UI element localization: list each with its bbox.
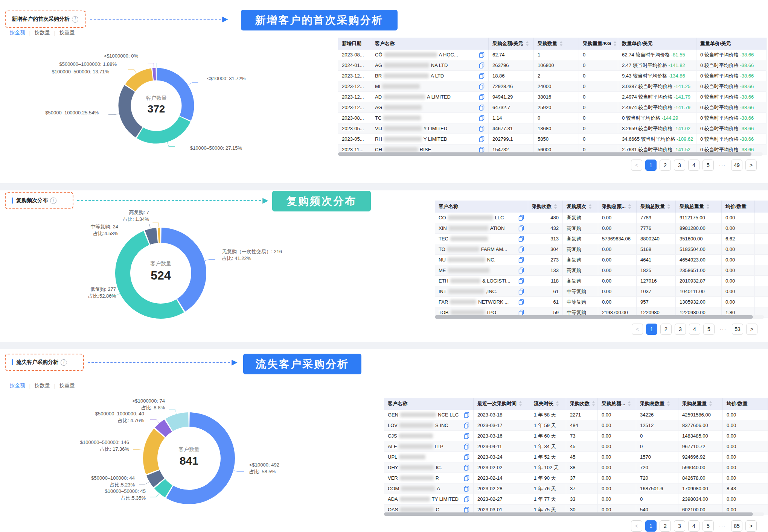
pagination-page-1[interactable]: 1 [646, 324, 657, 335]
cell-value: 2023-04-11 [477, 444, 502, 449]
column-header-tw[interactable]: 采购总重量 [676, 201, 722, 213]
column-header-freq[interactable]: 复购频次 [563, 201, 598, 213]
sort-icon[interactable] [628, 401, 631, 406]
copy-icon[interactable] [464, 507, 469, 513]
copy-icon[interactable] [464, 444, 469, 450]
tab-by-quantity[interactable]: 按数量 [35, 29, 50, 36]
pagination-page-1[interactable]: 1 [645, 520, 657, 532]
pagination-page-53[interactable]: 53 [732, 324, 743, 335]
column-header-total[interactable]: 采购总额... [598, 398, 636, 410]
pagination-page-5[interactable]: 5 [703, 324, 715, 335]
pagination-page-2[interactable]: 2 [660, 160, 671, 171]
copy-icon[interactable] [464, 412, 469, 418]
sort-icon[interactable] [592, 401, 595, 406]
pagination-ellipsis[interactable]: ··· [717, 160, 728, 171]
copy-icon[interactable] [479, 147, 485, 153]
copy-icon[interactable] [479, 126, 485, 132]
column-header-count[interactable]: 采购次数 [566, 398, 598, 410]
copy-icon[interactable] [464, 496, 469, 502]
column-header-tqty[interactable]: 采购总数量 [636, 398, 678, 410]
table-hscrollbar-thumb[interactable] [435, 315, 753, 319]
copy-icon[interactable] [518, 278, 524, 284]
copy-icon[interactable] [518, 268, 524, 274]
sort-icon[interactable] [667, 204, 670, 209]
pagination-page-4[interactable]: 4 [688, 160, 699, 171]
column-header-tqty[interactable]: 采购总数量 [637, 201, 676, 213]
tab-by-weight[interactable]: 按重量 [59, 382, 75, 389]
copy-icon[interactable] [518, 257, 524, 263]
copy-icon[interactable] [464, 475, 469, 481]
copy-icon[interactable] [479, 115, 485, 121]
table-hscrollbar-thumb[interactable] [338, 152, 751, 156]
pagination-next-button[interactable]: > [746, 324, 757, 335]
info-icon[interactable]: i [50, 198, 56, 204]
pagination-ellipsis[interactable]: ··· [718, 324, 729, 335]
pagination-page-4[interactable]: 4 [689, 324, 700, 335]
pagination-prev-button[interactable]: < [631, 160, 642, 171]
column-header-amount[interactable]: 采购金额/美元 [489, 38, 534, 50]
sort-icon[interactable] [556, 401, 559, 406]
pagination-page-3[interactable]: 3 [674, 520, 685, 532]
sort-icon[interactable] [554, 204, 557, 209]
copy-icon[interactable] [518, 289, 524, 295]
copy-icon[interactable] [518, 236, 524, 242]
sort-icon[interactable] [613, 41, 617, 46]
pagination-page-85[interactable]: 85 [731, 520, 742, 532]
sort-icon[interactable] [706, 204, 710, 209]
column-header-weight[interactable]: 采购重量/KG [579, 38, 618, 50]
table-hscrollbar-thumb[interactable] [384, 512, 753, 516]
pagination-page-2[interactable]: 2 [660, 324, 672, 335]
copy-icon[interactable] [464, 433, 469, 439]
sort-icon[interactable] [559, 41, 563, 46]
copy-icon[interactable] [479, 136, 485, 142]
copy-icon[interactable] [518, 225, 524, 231]
sort-icon[interactable] [628, 204, 631, 209]
pagination-prev-button[interactable]: < [632, 324, 643, 335]
copy-icon[interactable] [464, 486, 469, 492]
copy-icon[interactable] [518, 310, 524, 316]
tab-by-weight[interactable]: 按重量 [59, 29, 75, 36]
copy-icon[interactable] [479, 105, 485, 111]
pagination-page-4[interactable]: 4 [688, 520, 699, 532]
pagination-page-5[interactable]: 5 [702, 520, 714, 532]
copy-icon[interactable] [518, 299, 524, 305]
copy-icon[interactable] [464, 454, 469, 460]
column-header-last[interactable]: 最近一次采购时间 [474, 398, 530, 410]
pagination-next-button[interactable]: > [745, 520, 757, 532]
sort-icon[interactable] [526, 41, 529, 46]
sort-icon[interactable] [519, 401, 522, 406]
copy-icon[interactable] [479, 84, 485, 90]
copy-icon[interactable] [518, 246, 524, 252]
pagination-page-49[interactable]: 49 [731, 160, 742, 171]
cell-amount: 64732.7 [489, 102, 534, 112]
column-header-count[interactable]: 采购次数 [528, 201, 563, 213]
copy-icon[interactable] [464, 465, 469, 471]
copy-icon[interactable] [479, 62, 485, 68]
pagination-page-2[interactable]: 2 [660, 520, 671, 532]
pagination-page-5[interactable]: 5 [702, 160, 714, 171]
copy-icon[interactable] [479, 94, 485, 100]
column-header-total[interactable]: 采购总额... [598, 201, 637, 213]
column-header-tw[interactable]: 采购总重量 [678, 398, 723, 410]
pagination-page-3[interactable]: 3 [675, 324, 686, 335]
column-header-qty[interactable]: 采购数量 [534, 38, 579, 50]
copy-icon[interactable] [479, 52, 485, 58]
sort-icon[interactable] [588, 204, 592, 209]
copy-icon[interactable] [518, 215, 524, 221]
info-icon[interactable]: i [72, 16, 78, 23]
tab-by-amount[interactable]: 按金额 [10, 29, 25, 36]
tab-by-amount[interactable]: 按金额 [10, 382, 25, 389]
copy-icon[interactable] [464, 423, 469, 429]
info-icon[interactable]: i [61, 359, 67, 366]
copy-icon[interactable] [479, 73, 485, 79]
name-visible-suffix: Y LIMITED [424, 126, 447, 131]
column-header-churn[interactable]: 流失时长 [530, 398, 566, 410]
pagination-ellipsis[interactable]: ··· [717, 520, 728, 532]
pagination-page-1[interactable]: 1 [645, 160, 657, 171]
pagination-page-3[interactable]: 3 [674, 160, 685, 171]
sort-icon[interactable] [667, 401, 670, 406]
pagination-prev-button[interactable]: < [631, 520, 642, 532]
sort-icon[interactable] [709, 401, 712, 406]
tab-by-quantity[interactable]: 按数量 [35, 382, 50, 389]
pagination-next-button[interactable]: > [745, 160, 757, 171]
